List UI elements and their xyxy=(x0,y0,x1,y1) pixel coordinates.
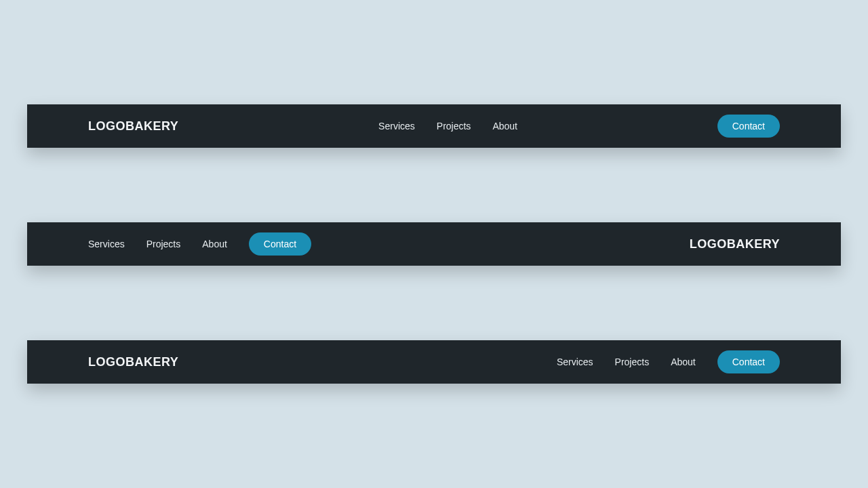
nav-link-projects[interactable]: Projects xyxy=(437,121,471,131)
brand-logo[interactable]: LOGOBAKERY xyxy=(690,237,780,251)
nav-link-services[interactable]: Services xyxy=(378,121,415,131)
nav-links: Services Projects About xyxy=(378,121,517,131)
nav-link-about[interactable]: About xyxy=(492,121,517,131)
nav-link-services[interactable]: Services xyxy=(557,357,593,367)
nav-link-projects[interactable]: Projects xyxy=(146,239,181,249)
nav-right: Services Projects About Contact xyxy=(557,350,780,373)
navbar-variant-2: Services Projects About Contact LOGOBAKE… xyxy=(27,222,841,266)
brand-logo[interactable]: LOGOBAKERY xyxy=(88,119,178,134)
nav-center: Services Projects About xyxy=(178,121,717,131)
nav-left: Services Projects About Contact xyxy=(88,232,311,256)
contact-button[interactable]: Contact xyxy=(249,232,311,256)
nav-right: Contact xyxy=(717,115,780,138)
navbar-variant-1: LOGOBAKERY Services Projects About Conta… xyxy=(27,104,841,148)
nav-link-about[interactable]: About xyxy=(671,357,696,367)
navbar-variant-3: LOGOBAKERY Services Projects About Conta… xyxy=(27,340,841,384)
contact-button[interactable]: Contact xyxy=(717,115,780,138)
nav-link-projects[interactable]: Projects xyxy=(615,357,650,367)
brand-logo[interactable]: LOGOBAKERY xyxy=(88,355,178,369)
nav-link-services[interactable]: Services xyxy=(88,239,125,249)
nav-link-about[interactable]: About xyxy=(202,239,227,249)
contact-button[interactable]: Contact xyxy=(717,350,780,373)
